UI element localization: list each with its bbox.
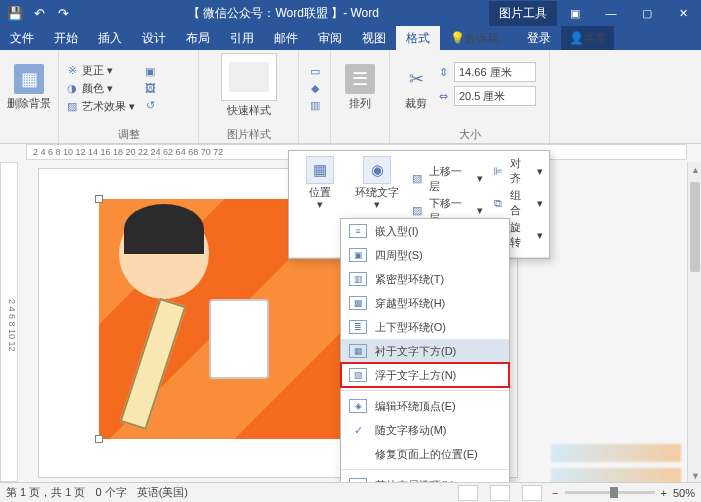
login-button[interactable]: 登录 — [517, 26, 561, 50]
tab-review[interactable]: 审阅 — [308, 26, 352, 50]
status-bar: 第 1 页，共 1 页 0 个字 英语(美国) − + 50% — [0, 482, 701, 502]
share-button[interactable]: 👤 共享 — [561, 26, 614, 50]
menu-square[interactable]: ▣四周型(S) — [341, 243, 509, 267]
artistic-button[interactable]: ▨艺术效果 ▾ — [65, 99, 135, 114]
undo-icon[interactable]: ↶ — [28, 2, 50, 24]
quick-styles-label[interactable]: 快速样式 — [227, 103, 271, 118]
menu-in-front-of-text[interactable]: ▧浮于文字上方(N) — [341, 363, 509, 387]
close-icon[interactable]: ✕ — [665, 0, 701, 26]
position-button[interactable]: ▦ 位置▾ — [295, 156, 345, 250]
menu-through[interactable]: ▩穿越型环绕(H) — [341, 291, 509, 315]
remove-background-button[interactable]: ▦ 删除背景 — [6, 53, 52, 119]
picture-style-gallery[interactable] — [221, 53, 277, 101]
status-lang[interactable]: 英语(美国) — [137, 485, 188, 500]
menu-tight[interactable]: ▥紧密型环绕(T) — [341, 267, 509, 291]
scroll-thumb[interactable] — [690, 182, 700, 272]
status-page[interactable]: 第 1 页，共 1 页 — [6, 485, 85, 500]
resize-handle[interactable] — [95, 195, 103, 203]
check-icon: ✓ — [349, 424, 367, 437]
tab-format[interactable]: 格式 — [396, 26, 440, 50]
inline-icon: ≡ — [349, 224, 367, 238]
share-label: 共享 — [584, 31, 606, 46]
remove-bg-label: 删除背景 — [7, 97, 51, 109]
editpoints-icon: ◈ — [349, 399, 367, 413]
picture-effects-icon[interactable]: ◆ — [308, 81, 322, 95]
tab-home[interactable]: 开始 — [44, 26, 88, 50]
bring-forward-button[interactable]: ▧上移一层 ▾ — [410, 164, 483, 194]
position-icon: ▦ — [306, 156, 334, 184]
ribbon: ▦ 删除背景 ※更正 ▾ ◑颜色 ▾ ▨艺术效果 ▾ ▣ 🖼 ↺ 调整 快速样式… — [0, 50, 701, 144]
scroll-up-icon[interactable]: ▲ — [691, 165, 699, 173]
arrange-label: 排列 — [349, 97, 371, 109]
menu-topbottom[interactable]: ≣上下型环绕(O) — [341, 315, 509, 339]
width-icon: ⇔ — [436, 89, 450, 103]
crop-button[interactable]: ✂ 裁剪 — [396, 53, 436, 119]
redo-icon[interactable]: ↷ — [52, 2, 74, 24]
picture-layout-icon[interactable]: ▥ — [308, 98, 322, 112]
tab-file[interactable]: 文件 — [0, 26, 44, 50]
menu-inline[interactable]: ≡嵌入型(I) — [341, 219, 509, 243]
tab-mailings[interactable]: 邮件 — [264, 26, 308, 50]
tab-references[interactable]: 引用 — [220, 26, 264, 50]
tight-icon: ▥ — [349, 272, 367, 286]
view-read-icon[interactable] — [458, 485, 478, 501]
group-icon: ⧉ — [491, 196, 505, 210]
picture-border-icon[interactable]: ▭ — [308, 64, 322, 78]
menu-fix-position[interactable]: 修复页面上的位置(E) — [341, 442, 509, 466]
tab-layout[interactable]: 布局 — [176, 26, 220, 50]
status-words[interactable]: 0 个字 — [95, 485, 126, 500]
illustration-notepad — [209, 299, 269, 379]
ruler-vertical[interactable]: 2 4 6 8 10 12 — [0, 162, 18, 482]
adjust-group-label: 调整 — [65, 125, 192, 142]
ribbon-collapse-icon[interactable]: ▣ — [557, 0, 593, 26]
align-button[interactable]: ⊫对齐 ▾ — [491, 156, 543, 186]
square-icon: ▣ — [349, 248, 367, 262]
wrap-text-icon: ◉ — [363, 156, 391, 184]
menu-behind-text[interactable]: ▦衬于文字下方(D) — [341, 339, 509, 363]
artistic-icon: ▨ — [65, 99, 79, 113]
tell-me[interactable]: 💡 告诉我... — [440, 26, 517, 50]
arrange-button[interactable]: ☰ 排列 — [337, 53, 383, 119]
styles-group-label: 图片样式 — [205, 125, 292, 142]
reset-pic-icon[interactable]: ↺ — [143, 98, 157, 112]
window-title: 【 微信公众号：Word联盟 】- Word — [78, 5, 489, 22]
color-button[interactable]: ◑颜色 ▾ — [65, 81, 135, 96]
menu-move-with-text[interactable]: ✓随文字移动(M) — [341, 418, 509, 442]
crop-icon: ✂ — [401, 64, 431, 94]
illustration-boy — [119, 209, 209, 299]
group-button[interactable]: ⧉组合 ▾ — [491, 188, 543, 218]
change-pic-icon[interactable]: 🖼 — [143, 81, 157, 95]
remove-bg-icon: ▦ — [14, 64, 44, 94]
bring-forward-icon: ▧ — [410, 172, 424, 186]
view-web-icon[interactable] — [522, 485, 542, 501]
tab-insert[interactable]: 插入 — [88, 26, 132, 50]
arrange-icon: ☰ — [345, 64, 375, 94]
tab-view[interactable]: 视图 — [352, 26, 396, 50]
zoom-control[interactable]: − + 50% — [552, 487, 695, 499]
zoom-in-icon[interactable]: + — [661, 487, 667, 499]
view-print-icon[interactable] — [490, 485, 510, 501]
color-icon: ◑ — [65, 81, 79, 95]
zoom-slider[interactable] — [565, 491, 655, 494]
width-input[interactable] — [454, 86, 536, 106]
crop-label: 裁剪 — [405, 97, 427, 109]
tab-design[interactable]: 设计 — [132, 26, 176, 50]
front-icon: ▧ — [349, 368, 367, 382]
maximize-icon[interactable]: ▢ — [629, 0, 665, 26]
align-icon: ⊫ — [491, 164, 505, 178]
context-tab-pictools[interactable]: 图片工具 — [489, 1, 557, 26]
height-icon: ⇕ — [436, 65, 450, 79]
wrap-text-menu: ≡嵌入型(I) ▣四周型(S) ▥紧密型环绕(T) ▩穿越型环绕(H) ≣上下型… — [340, 218, 510, 498]
scrollbar-vertical[interactable]: ▲ ▼ — [687, 162, 701, 482]
compress-pic-icon[interactable]: ▣ — [143, 64, 157, 78]
corrections-button[interactable]: ※更正 ▾ — [65, 63, 135, 78]
corrections-icon: ※ — [65, 63, 79, 77]
zoom-value[interactable]: 50% — [673, 487, 695, 499]
resize-handle[interactable] — [95, 435, 103, 443]
menu-edit-wrap-points[interactable]: ◈编辑环绕顶点(E) — [341, 394, 509, 418]
height-input[interactable] — [454, 62, 536, 82]
scroll-down-icon[interactable]: ▼ — [691, 471, 699, 479]
minimize-icon[interactable]: — — [593, 0, 629, 26]
save-icon[interactable]: 💾 — [4, 2, 26, 24]
zoom-out-icon[interactable]: − — [552, 487, 558, 499]
